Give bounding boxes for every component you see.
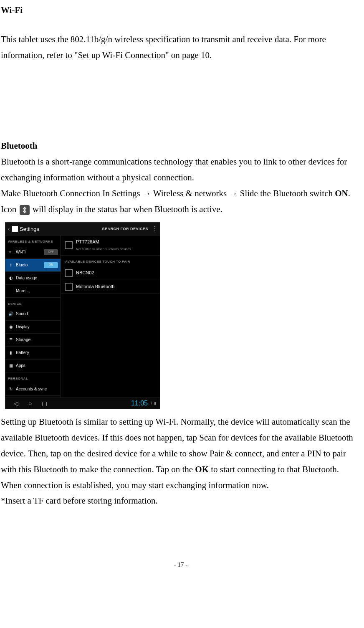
this-device-visibility: Not visible to other Bluetooth devices	[76, 246, 156, 252]
data-usage-label: Data usage	[16, 274, 58, 282]
category-wireless: WIRELESS & NETWORKS	[5, 236, 61, 246]
recent-nav-icon[interactable]: ▢	[42, 398, 47, 409]
available-devices-header: AVAILABLE DEVICES TOUCH TO PAIR	[61, 256, 160, 266]
wifi-toggle[interactable]: OFF	[44, 249, 58, 255]
sidebar-item-wifi[interactable]: ᯤ Wi-Fi OFF	[5, 246, 61, 259]
text: to start connecting to that Bluetooth.	[209, 464, 339, 474]
bluetooth-heading: Bluetooth	[1, 138, 361, 154]
sidebar-item-sound[interactable]: 🔊 Sound	[5, 308, 61, 321]
device-icon	[65, 269, 73, 277]
sidebar-item-storage[interactable]: ≣ Storage	[5, 334, 61, 347]
action-bar: ‹ Settings SEARCH FOR DEVICES ⋮	[5, 223, 160, 236]
wifi-paragraph: This tablet uses the 802.11b/g/n wireles…	[1, 32, 361, 63]
text: Slide the Bluetooth switch	[238, 188, 335, 198]
arrow-icon: →	[142, 188, 151, 198]
wifi-label: Wi-Fi	[16, 248, 42, 256]
available-device-row[interactable]: Motorola Bluetooth	[61, 280, 160, 294]
more-label: More...	[16, 287, 58, 295]
blank-icon	[8, 288, 14, 294]
bluetooth-intro: Bluetooth is a short-range communication…	[1, 154, 361, 186]
bluetooth-instructions: Make Bluetooth Connection In Settings → …	[1, 186, 361, 218]
display-icon: ◉	[8, 324, 14, 330]
text: Wireless & networks	[151, 188, 229, 198]
sidebar-item-apps[interactable]: ▦ Apps	[5, 360, 61, 372]
tf-card-note: *Insert a TF card before storing informa…	[1, 493, 361, 509]
apps-icon: ▦	[8, 363, 14, 369]
sound-label: Sound	[16, 310, 58, 318]
sidebar-item-battery[interactable]: ▮ Battery	[5, 347, 61, 360]
sidebar-item-data-usage[interactable]: ◐ Data usage	[5, 272, 61, 285]
status-bluetooth-icon: ᚼ	[150, 400, 153, 407]
device-name: Motorola Bluetooth	[76, 283, 156, 291]
sync-icon: ↻	[8, 386, 14, 392]
bluetooth-setup-paragraph: Setting up Bluetooth is similar to setti…	[1, 414, 361, 477]
bluetooth-icon	[20, 205, 30, 215]
back-icon[interactable]: ‹	[5, 224, 12, 234]
bluetooth-label: Blueto	[16, 261, 42, 269]
device-icon	[65, 241, 73, 249]
storage-label: Storage	[16, 336, 58, 344]
sidebar-item-accounts[interactable]: ↻ Accounts & sync	[5, 383, 61, 396]
data-usage-icon: ◐	[8, 275, 14, 281]
settings-icon	[12, 226, 18, 232]
system-bar: ◁ ○ ▢ 11:05 ᚼ ▮	[5, 398, 160, 409]
apps-label: Apps	[16, 362, 58, 370]
bluetooth-icon: ᚼ	[8, 262, 14, 268]
screen-title: Settings	[20, 224, 39, 234]
sidebar-item-display[interactable]: ◉ Display	[5, 321, 61, 334]
this-device-row[interactable]: PTT726AM Not visible to other Bluetooth …	[61, 236, 160, 255]
settings-screenshot: ‹ Settings SEARCH FOR DEVICES ⋮ WIRELESS…	[5, 222, 160, 409]
storage-icon: ≣	[8, 337, 14, 343]
wifi-heading: Wi-Fi	[1, 3, 361, 18]
bluetooth-content: PTT726AM Not visible to other Bluetooth …	[61, 236, 160, 398]
status-battery-icon: ▮	[154, 400, 157, 407]
settings-sidebar: WIRELESS & NETWORKS ᯤ Wi-Fi OFF ᚼ Blueto…	[5, 236, 61, 398]
bluetooth-toggle[interactable]: ON	[44, 262, 58, 268]
ok-label: OK	[195, 464, 209, 474]
device-icon	[65, 283, 73, 291]
sound-icon: 🔊	[8, 311, 14, 317]
home-nav-icon[interactable]: ○	[28, 398, 32, 409]
search-devices-button[interactable]: SEARCH FOR DEVICES	[42, 225, 152, 232]
overflow-menu-icon[interactable]: ⋮	[152, 227, 160, 231]
status-time: 11:05	[131, 398, 150, 410]
available-device-row[interactable]: NBCN02	[61, 266, 160, 280]
page-number: - 17 -	[1, 559, 361, 570]
text: will display in the status bar when Blue…	[30, 204, 222, 214]
sidebar-item-bluetooth[interactable]: ᚼ Blueto ON	[5, 259, 61, 272]
wifi-icon: ᯤ	[8, 249, 14, 255]
accounts-label: Accounts & sync	[16, 385, 58, 393]
sidebar-item-location[interactable]: ⊕ Location services	[5, 396, 61, 398]
this-device-name: PTT726AM	[76, 238, 156, 246]
category-personal: PERSONAL	[5, 372, 61, 382]
battery-label: Battery	[16, 349, 58, 357]
text: Make Bluetooth Connection In Settings	[1, 188, 142, 198]
display-label: Display	[16, 323, 58, 331]
bluetooth-established-paragraph: When connection is established, you may …	[1, 478, 361, 494]
sidebar-item-more[interactable]: More...	[5, 285, 61, 298]
back-nav-icon[interactable]: ◁	[14, 398, 18, 409]
category-device: DEVICE	[5, 298, 61, 308]
battery-icon: ▮	[8, 350, 14, 356]
on-label: ON	[335, 188, 348, 198]
arrow-icon: →	[229, 188, 238, 198]
device-name: NBCN02	[76, 269, 156, 277]
